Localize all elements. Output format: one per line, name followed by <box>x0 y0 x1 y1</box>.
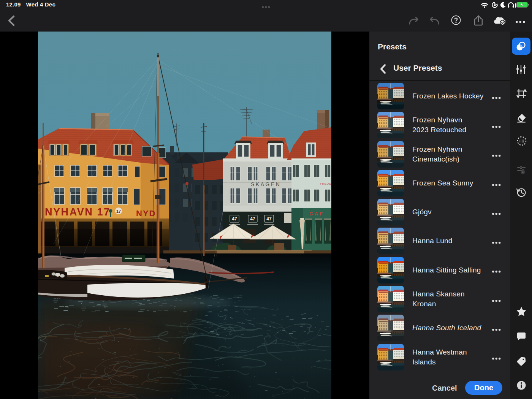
svg-text:FREDSFO: FREDSFO <box>320 182 331 185</box>
svg-text:47: 47 <box>250 216 255 222</box>
svg-text:47: 47 <box>232 216 237 222</box>
svg-text:CAF: CAF <box>309 211 324 217</box>
svg-text:47: 47 <box>266 216 272 222</box>
svg-text:17: 17 <box>116 209 121 214</box>
svg-text:SKAGEN: SKAGEN <box>251 181 281 187</box>
